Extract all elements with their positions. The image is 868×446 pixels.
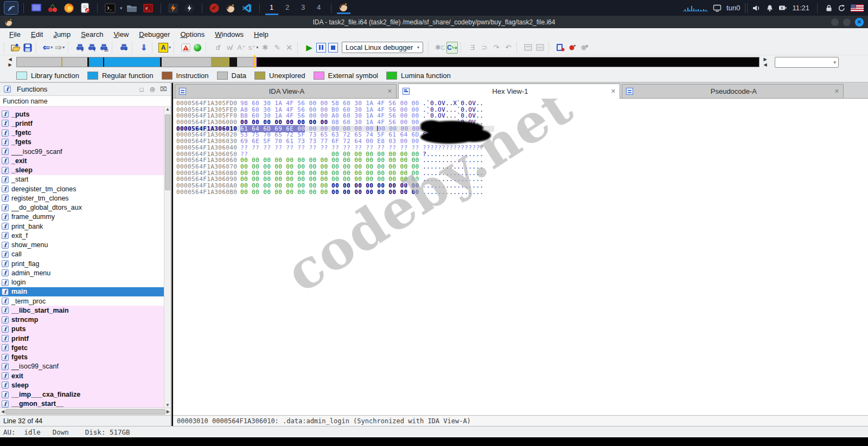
function-row[interactable]: fexit_f [0, 231, 164, 240]
search-next-button[interactable]: » [118, 42, 129, 54]
rename-button[interactable]: A▾ [158, 42, 171, 54]
function-row[interactable]: f_fgetc [0, 128, 164, 138]
clock[interactable]: 11:21 [792, 4, 809, 12]
desktop-app-icon[interactable] [29, 2, 43, 14]
function-row[interactable]: fregister_tm_clones [0, 193, 164, 203]
function-row[interactable]: ffgetc [0, 343, 164, 352]
scroll-left-arrow[interactable]: ◀ [1, 409, 4, 414]
function-row[interactable]: fstrncmp [0, 315, 164, 325]
define-string-button[interactable]: s⁺▾ [248, 42, 259, 54]
tab-close-icon[interactable]: ✕ [611, 88, 616, 95]
ida-taskbar-icon[interactable] [224, 2, 238, 14]
navigate-back-button[interactable]: ⇐▾ [42, 42, 53, 54]
menu-debugger[interactable]: Debugger [134, 29, 175, 40]
debugger-stop-button[interactable] [328, 42, 339, 54]
function-row[interactable]: fsleep [0, 380, 164, 390]
scroll-down-arrow[interactable]: ▼ [165, 403, 170, 408]
function-row[interactable]: f__libc_start_main [0, 306, 164, 315]
search-immediate-button[interactable]: 123 [98, 42, 109, 54]
kali-menu-icon[interactable] [4, 2, 18, 14]
functions-panel-titlebar[interactable]: f Functions □ ◎ ⌧ [0, 83, 171, 96]
step-over-button[interactable]: ⊃ [479, 42, 490, 54]
functions-column-header[interactable]: Function name [0, 96, 171, 107]
menu-search[interactable]: Search [76, 29, 108, 40]
functions-vertical-scrollbar[interactable]: ▲ ▼ [164, 107, 171, 408]
function-row[interactable]: fframe_dummy [0, 212, 164, 222]
debugger-pause-button[interactable] [316, 42, 327, 54]
workspace-2[interactable]: 2 [281, 1, 294, 15]
undefine-button[interactable]: ✕ [284, 42, 295, 54]
workspace-1[interactable]: 1 [265, 1, 278, 15]
cherrytree-icon[interactable] [46, 2, 59, 14]
open-registers-button[interactable] [523, 42, 534, 54]
run-to-cursor-button[interactable]: C↪ [446, 42, 458, 54]
function-row[interactable]: fcall [0, 250, 164, 259]
function-row[interactable]: fderegister_tm_clones [0, 184, 164, 193]
terminal-dropdown-caret[interactable]: ▾ [120, 5, 123, 11]
function-row[interactable]: fprintf [0, 334, 164, 343]
problems-list-button[interactable]: ! [180, 42, 191, 54]
scroll-right-arrow[interactable]: ▶ [167, 409, 170, 414]
panel-restore-button[interactable]: □ [138, 86, 145, 93]
function-row[interactable]: f_term_proc [0, 296, 164, 306]
tab-pseudocode-a[interactable]: Pseudocode-A ✕ [622, 84, 844, 98]
scroll-up-arrow[interactable]: ▲ [165, 107, 170, 112]
search-binary-button[interactable]: # [74, 42, 85, 54]
text-editor-icon[interactable] [78, 2, 92, 14]
network-interface-label[interactable]: tun0 [726, 4, 740, 12]
breakpoint-list-button[interactable] [555, 42, 566, 54]
function-row[interactable]: f__isoc99_scanf [0, 362, 164, 371]
function-row[interactable]: f_exit [0, 156, 164, 165]
menu-windows[interactable]: Windows [210, 29, 249, 40]
navband-scroll-left[interactable]: ◀▶ [7, 57, 14, 67]
function-row[interactable]: flogin [0, 278, 164, 287]
ida-window-taskbar-button[interactable] [337, 2, 350, 14]
edit-data-button[interactable]: ✎ [272, 42, 283, 54]
metasploit-icon[interactable] [208, 2, 221, 14]
define-struct-button[interactable]: ✱ [260, 42, 271, 54]
terminal-icon[interactable]: ❯_ [103, 2, 117, 14]
function-row[interactable]: fprint_flag [0, 259, 164, 268]
run-until-call-button[interactable]: ↶ [503, 42, 514, 54]
function-row[interactable]: f_sleep [0, 166, 164, 175]
battery-icon[interactable] [778, 4, 787, 11]
add-breakpoint-button[interactable]: + [567, 42, 578, 54]
root-terminal-icon[interactable]: #_ [142, 2, 155, 14]
function-row[interactable]: ffgets [0, 353, 164, 362]
menu-file[interactable]: File [4, 29, 26, 40]
function-row[interactable]: f__imp___cxa_finalize [0, 390, 164, 399]
open-threads-button[interactable] [535, 42, 546, 54]
function-row[interactable]: fshow_menu [0, 241, 164, 250]
define-ascii-button[interactable]: A⁺ [236, 42, 247, 54]
menu-jump[interactable]: Jump [48, 29, 76, 40]
define-byte-button[interactable]: d̸ [212, 42, 223, 54]
function-row[interactable]: f_puts [0, 109, 164, 119]
tab-close-icon[interactable]: ✕ [387, 88, 392, 95]
panel-float-button[interactable]: ◎ [149, 86, 156, 93]
panel-close-button[interactable]: ⌧ [159, 86, 167, 93]
workspace-3[interactable]: 3 [297, 1, 310, 15]
search-text-button[interactable]: T [86, 42, 97, 54]
lumina-button[interactable] [192, 42, 203, 54]
hex-row[interactable]: 0000564F1A305FD098 60 30 1A 4F 56 00 005… [176, 100, 494, 107]
function-row[interactable]: f__do_global_dtors_aux [0, 203, 164, 212]
hex-row[interactable]: 0000564F1A30607000 00 00 00 00 00 00 000… [176, 164, 494, 170]
file-manager-icon[interactable] [125, 2, 139, 14]
session-restart-icon[interactable] [838, 4, 846, 12]
notifications-bell-icon[interactable] [766, 4, 774, 12]
function-row[interactable]: f__gmon_start__ [0, 399, 164, 408]
function-row[interactable]: f_fgets [0, 138, 164, 147]
tab-close-icon[interactable]: ✕ [834, 88, 839, 95]
burpsuite-icon[interactable] [167, 2, 180, 14]
step-into-button[interactable]: Ǝ [467, 42, 478, 54]
navigation-band[interactable] [16, 57, 760, 67]
zap-icon[interactable] [183, 2, 196, 14]
workspace-4[interactable]: 4 [312, 1, 326, 15]
run-until-return-button[interactable]: ↷ [491, 42, 502, 54]
maximize-button[interactable] [843, 18, 851, 26]
function-row[interactable]: fputs [0, 325, 164, 334]
save-button[interactable] [22, 42, 33, 54]
define-word-button[interactable]: w̸ [224, 42, 235, 54]
navigate-forward-button[interactable]: ⇒▾ [54, 42, 65, 54]
open-file-button[interactable] [10, 42, 21, 54]
